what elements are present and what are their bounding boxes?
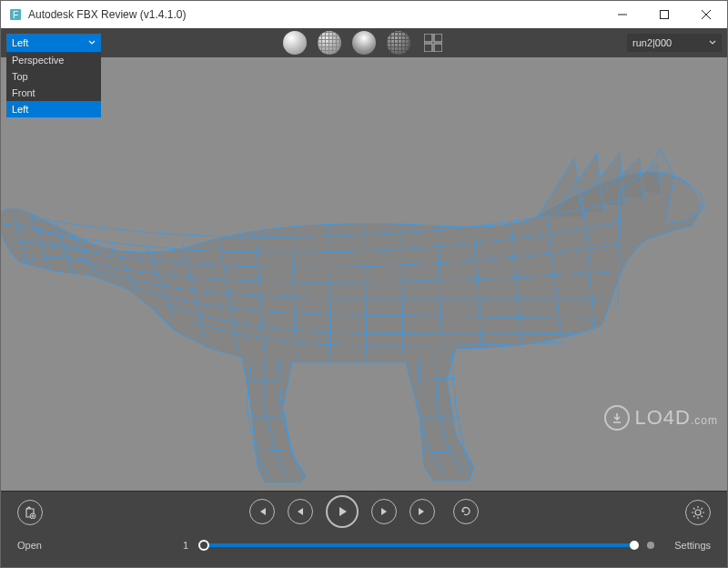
chevron-down-icon <box>709 37 716 48</box>
chevron-down-icon <box>88 37 96 48</box>
wolf-wireframe-model <box>1 107 727 490</box>
app-window: F Autodesk FBX Review (v1.4.1.0) Left Pe… <box>0 0 728 568</box>
prev-frame-button[interactable] <box>288 499 313 524</box>
next-frame-button[interactable] <box>371 499 397 524</box>
open-button[interactable] <box>17 500 43 525</box>
titlebar: F Autodesk FBX Review (v1.4.1.0) <box>1 1 727 28</box>
shading-mode-group <box>283 31 445 55</box>
app-icon: F <box>8 7 23 22</box>
animation-selector[interactable]: run2|000 <box>627 34 722 52</box>
smooth-shaded-icon[interactable] <box>283 31 307 55</box>
close-button[interactable] <box>685 1 727 28</box>
svg-rect-7 <box>434 34 442 42</box>
play-button[interactable] <box>326 495 359 528</box>
svg-line-42 <box>702 516 703 518</box>
view-option-front[interactable]: Front <box>6 85 101 101</box>
view-option-top[interactable]: Top <box>6 68 101 85</box>
view-option-left[interactable]: Left <box>6 101 101 117</box>
svg-point-36 <box>695 510 701 515</box>
svg-rect-9 <box>434 44 442 52</box>
timeline-end-dot <box>647 542 654 549</box>
timeline-slider[interactable] <box>203 543 634 547</box>
settings-button[interactable] <box>685 500 711 525</box>
wireframe-dark-icon[interactable] <box>387 31 410 55</box>
window-title: Autodesk FBX Review (v1.4.1.0) <box>28 8 602 21</box>
viewport[interactable]: LO4D.com <box>1 57 727 491</box>
svg-rect-3 <box>661 11 669 19</box>
timeline-end-marker[interactable] <box>630 541 639 550</box>
current-frame-label: 1 <box>126 540 199 551</box>
footer-row: Open 1 Settings <box>1 529 727 567</box>
view-option-perspective[interactable]: Perspective <box>6 52 101 68</box>
svg-line-44 <box>702 508 703 510</box>
open-label: Open <box>17 540 126 551</box>
minimize-button[interactable] <box>602 1 643 28</box>
loop-button[interactable] <box>453 499 479 524</box>
last-frame-button[interactable] <box>410 499 435 524</box>
view-selector[interactable]: Left Perspective Top Front Left <box>6 34 101 52</box>
view-selector-value: Left <box>12 37 28 48</box>
svg-text:F: F <box>13 10 18 20</box>
transport-controls <box>1 491 727 529</box>
view-dropdown: Perspective Top Front Left <box>6 52 101 117</box>
first-frame-button[interactable] <box>249 499 275 524</box>
toolbar: Left Perspective Top Front Left run2|000 <box>1 28 727 57</box>
svg-rect-8 <box>424 44 432 52</box>
wireframe-shaded-icon[interactable] <box>318 31 341 55</box>
multiview-icon[interactable] <box>421 31 445 55</box>
timeline-playhead[interactable] <box>198 540 209 551</box>
svg-rect-6 <box>424 34 432 42</box>
svg-line-43 <box>693 516 695 518</box>
maximize-button[interactable] <box>643 1 685 28</box>
svg-line-41 <box>693 508 695 510</box>
lit-icon[interactable] <box>352 31 376 55</box>
footer: Open 1 Settings <box>1 491 727 567</box>
animation-selector-value: run2|000 <box>632 37 672 48</box>
